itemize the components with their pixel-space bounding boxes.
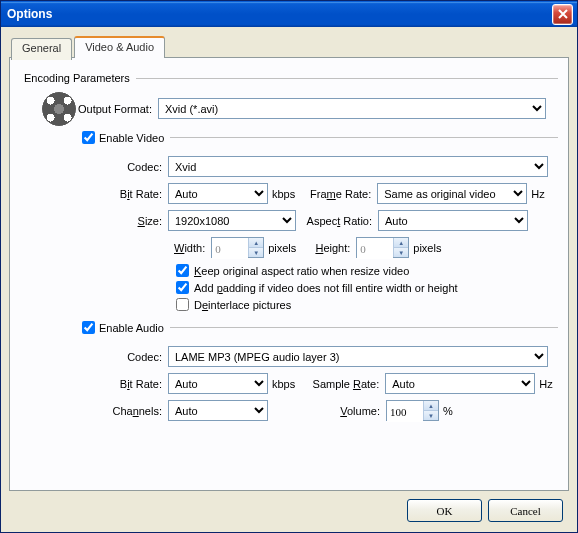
enable-video-label: Enable Video xyxy=(99,132,164,144)
audio-bitrate-select[interactable]: Auto xyxy=(168,373,268,394)
label-video-bitrate: Bit Rate: xyxy=(92,188,168,200)
keep-aspect-checkbox[interactable] xyxy=(176,264,189,277)
group-encoding-label: Encoding Parameters xyxy=(24,72,130,84)
label-audio-codec: Codec: xyxy=(92,351,168,363)
enable-audio-checkbox[interactable] xyxy=(82,321,95,334)
label-channels: Channels: xyxy=(92,405,168,417)
width-spinner[interactable]: ▲▼ xyxy=(211,237,264,258)
close-icon xyxy=(558,9,568,19)
chevron-down-icon[interactable]: ▼ xyxy=(423,411,438,420)
enable-video-checkbox[interactable] xyxy=(82,131,95,144)
deinterlace-checkbox[interactable] xyxy=(176,298,189,311)
channels-select[interactable]: Auto xyxy=(168,400,268,421)
button-bar: OK Cancel xyxy=(9,491,569,524)
group-enable-audio: Enable Audio Codec: LAME MP3 (MPEG audio… xyxy=(78,321,558,421)
audio-codec-select[interactable]: LAME MP3 (MPEG audio layer 3) xyxy=(168,346,548,367)
size-select[interactable]: 1920x1080 xyxy=(168,210,296,231)
height-spinner[interactable]: ▲▼ xyxy=(356,237,409,258)
volume-spinner[interactable]: ▲▼ xyxy=(386,400,439,421)
aspect-ratio-select[interactable]: Auto xyxy=(378,210,528,231)
output-format-select[interactable]: Xvid (*.avi) xyxy=(158,98,546,119)
label-volume: Volume: xyxy=(268,405,386,417)
label-sample-rate: Sample Rate: xyxy=(299,378,385,390)
unit-hz-2: Hz xyxy=(535,378,556,390)
chevron-up-icon[interactable]: ▲ xyxy=(423,401,438,411)
group-encoding: Encoding Parameters Output Format: Xvid … xyxy=(20,72,558,421)
keep-aspect-label: Keep original aspect ratio when resize v… xyxy=(194,265,409,277)
chevron-up-icon[interactable]: ▲ xyxy=(393,238,408,248)
video-bitrate-select[interactable]: Auto xyxy=(168,183,268,204)
video-codec-select[interactable]: Xvid xyxy=(168,156,548,177)
label-frame-rate: Frame Rate: xyxy=(299,188,377,200)
unit-hz-1: Hz xyxy=(527,188,548,200)
frame-rate-select[interactable]: Same as original video xyxy=(377,183,527,204)
deinterlace-label: Deinterlace pictures xyxy=(194,299,291,311)
unit-pixels-1: pixels xyxy=(264,242,300,254)
options-dialog: Options General Video & Audio Encoding P… xyxy=(0,0,578,533)
unit-kbps-2: kbps xyxy=(268,378,299,390)
tab-general[interactable]: General xyxy=(11,38,72,60)
enable-audio-label: Enable Audio xyxy=(99,322,164,334)
width-input[interactable] xyxy=(212,238,248,259)
close-button[interactable] xyxy=(552,4,573,25)
tab-video-audio[interactable]: Video & Audio xyxy=(74,36,165,58)
unit-kbps-1: kbps xyxy=(268,188,299,200)
chevron-down-icon[interactable]: ▼ xyxy=(248,248,263,257)
client-area: General Video & Audio Encoding Parameter… xyxy=(1,27,577,532)
unit-pixels-2: pixels xyxy=(409,242,445,254)
label-video-codec: Codec: xyxy=(92,161,168,173)
group-enable-video: Enable Video Codec: Xvid Bit Rate: Auto … xyxy=(78,131,558,311)
ok-button[interactable]: OK xyxy=(407,499,482,522)
label-output-format: Output Format: xyxy=(78,103,158,115)
label-height: Height: xyxy=(300,242,356,254)
label-audio-bitrate: Bit Rate: xyxy=(92,378,168,390)
film-reel-icon xyxy=(42,92,76,126)
chevron-down-icon[interactable]: ▼ xyxy=(393,248,408,257)
tab-panel: Encoding Parameters Output Format: Xvid … xyxy=(9,57,569,491)
titlebar: Options xyxy=(1,1,577,27)
sample-rate-select[interactable]: Auto xyxy=(385,373,535,394)
chevron-up-icon[interactable]: ▲ xyxy=(248,238,263,248)
unit-percent: % xyxy=(439,405,457,417)
add-padding-checkbox[interactable] xyxy=(176,281,189,294)
window-title: Options xyxy=(7,7,52,21)
tabstrip: General Video & Audio xyxy=(9,36,569,58)
label-aspect-ratio: Aspect Ratio: xyxy=(296,215,378,227)
add-padding-label: Add padding if video does not fill entir… xyxy=(194,282,458,294)
height-input[interactable] xyxy=(357,238,393,259)
cancel-button[interactable]: Cancel xyxy=(488,499,563,522)
label-width: Width: xyxy=(168,242,211,254)
volume-input[interactable] xyxy=(387,401,423,422)
label-size: Size: xyxy=(92,215,168,227)
